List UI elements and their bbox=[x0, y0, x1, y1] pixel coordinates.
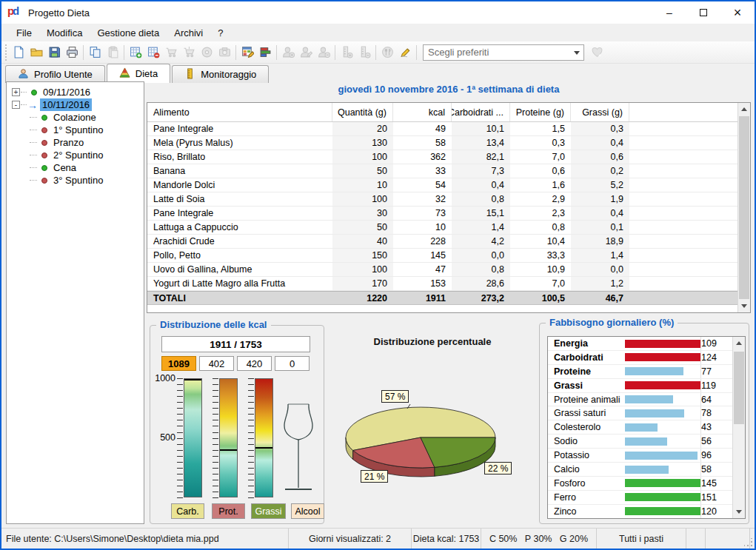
tree-node-label[interactable]: 3° Spuntino bbox=[51, 174, 105, 187]
tree-node-day[interactable]: -→10/11/2016 bbox=[7, 98, 144, 111]
needs-row-zinco[interactable]: Zinco120 bbox=[548, 505, 732, 519]
tree-node-meal[interactable]: Colazione bbox=[7, 111, 144, 124]
table-row[interactable]: Mela (Pyrus Malus)1305813,40,30,4 bbox=[147, 136, 750, 150]
food-table-scrollbar[interactable] bbox=[737, 103, 750, 312]
menu-item-gestione-dieta[interactable]: Gestione dieta bbox=[90, 25, 167, 41]
table-row[interactable]: Banana50337,30,60,2 bbox=[147, 164, 750, 178]
paste-icon[interactable] bbox=[104, 44, 121, 61]
tree-node-label[interactable]: 2° Spuntino bbox=[51, 149, 105, 161]
meal-plan-icon[interactable] bbox=[256, 44, 274, 61]
table-cell: 100 bbox=[332, 150, 393, 164]
tab-dieta[interactable]: Dieta bbox=[107, 64, 170, 83]
copy-icon[interactable] bbox=[86, 44, 104, 61]
tree-node-meal[interactable]: Cena bbox=[7, 161, 144, 174]
save-icon[interactable] bbox=[45, 44, 63, 61]
tree-node-meal[interactable]: 2° Spuntino bbox=[7, 149, 144, 161]
needs-row-potassio[interactable]: Potassio96 bbox=[548, 449, 732, 463]
needs-row-grassi[interactable]: Grassi119 bbox=[548, 379, 732, 393]
scrollbar-thumb[interactable] bbox=[739, 116, 749, 299]
nutrient-value: 96 bbox=[700, 449, 732, 462]
column-header[interactable]: Grassi (g) bbox=[571, 103, 629, 121]
menu-item-file[interactable]: File bbox=[9, 25, 39, 41]
scroll-up-icon[interactable] bbox=[738, 103, 750, 115]
new-file-icon[interactable] bbox=[10, 44, 27, 61]
disc-icon[interactable] bbox=[198, 44, 215, 61]
scroll-up-icon[interactable] bbox=[733, 337, 745, 349]
table-cell: 15,1 bbox=[452, 207, 510, 220]
table-cell: 130 bbox=[332, 136, 393, 150]
camera-icon[interactable] bbox=[215, 44, 233, 61]
remove-measure-icon[interactable] bbox=[355, 44, 373, 61]
scroll-down-icon[interactable] bbox=[738, 300, 750, 312]
needs-row-calcio[interactable]: Calcio58 bbox=[548, 463, 732, 477]
column-header[interactable]: Quantità (g) bbox=[332, 103, 393, 121]
needs-row-proteine-animali[interactable]: Proteine animali64 bbox=[548, 393, 732, 407]
tab-monitoraggio[interactable]: Monitoraggio bbox=[172, 65, 269, 83]
table-row[interactable]: Arachidi Crude402284,210,418,9 bbox=[147, 235, 750, 249]
needs-scrollbar[interactable] bbox=[732, 337, 745, 518]
table-row[interactable]: Mandorle Dolci10540,41,65,2 bbox=[147, 178, 750, 192]
print-icon[interactable] bbox=[63, 44, 81, 61]
tree-node-label[interactable]: 10/11/2016 bbox=[40, 98, 92, 111]
needs-row-carboidrati[interactable]: Carboidrati124 bbox=[548, 351, 732, 365]
table-row[interactable]: Uovo di Gallina, Albume100470,810,90,0 bbox=[147, 263, 750, 277]
needs-row-fosforo[interactable]: Fosforo145 bbox=[548, 477, 732, 491]
shopping-cart-2-icon[interactable] bbox=[180, 44, 198, 61]
table-row[interactable]: Yogurt di Latte Magro alla Frutta1701532… bbox=[147, 277, 750, 291]
edit-day-icon[interactable] bbox=[238, 44, 256, 61]
add-favorite-icon[interactable] bbox=[588, 44, 606, 61]
tree-node-meal[interactable]: 1° Spuntino bbox=[7, 124, 144, 136]
table-row[interactable]: Pane Integrale307315,12,30,4 bbox=[147, 207, 750, 221]
tree-node-meal[interactable]: 3° Spuntino bbox=[7, 174, 144, 187]
remove-user-icon[interactable] bbox=[315, 44, 332, 61]
column-header[interactable]: Alimento bbox=[147, 103, 332, 121]
tree-node-label[interactable]: Cena bbox=[51, 161, 78, 174]
table-row[interactable]: Lattuga a Cappuccio50101,40,80,1 bbox=[147, 221, 750, 235]
maximize-button[interactable] bbox=[686, 1, 720, 24]
column-header[interactable]: Proteine (g) bbox=[510, 103, 571, 121]
menu-item-?[interactable]: ? bbox=[210, 25, 230, 41]
user-icon bbox=[18, 68, 29, 81]
needs-row-ferro[interactable]: Ferro151 bbox=[548, 491, 732, 505]
chevron-down-icon[interactable] bbox=[574, 51, 580, 58]
scrollbar-thumb[interactable] bbox=[734, 352, 744, 424]
shopping-cart-icon[interactable] bbox=[162, 44, 180, 61]
add-day-icon[interactable] bbox=[127, 44, 144, 61]
tree-node-day[interactable]: +09/11/2016 bbox=[7, 86, 144, 98]
resize-grip[interactable] bbox=[744, 538, 753, 547]
tree-node-label[interactable]: Colazione bbox=[51, 111, 98, 124]
edit-user-icon[interactable] bbox=[297, 44, 315, 61]
needs-row-grassi-saturi[interactable]: Grassi saturi78 bbox=[548, 406, 732, 420]
tree-expander[interactable]: - bbox=[12, 101, 20, 109]
tab-profilo-utente[interactable]: Profilo Utente bbox=[5, 65, 105, 83]
tree-node-label[interactable]: Pranzo bbox=[51, 136, 86, 149]
favorites-combobox[interactable]: Scegli preferiti bbox=[423, 44, 584, 61]
tree-node-label[interactable]: 1° Spuntino bbox=[51, 124, 105, 136]
add-measure-icon[interactable] bbox=[338, 44, 355, 61]
menu-item-archivi[interactable]: Archivi bbox=[167, 25, 210, 41]
meals-icon[interactable] bbox=[378, 44, 396, 61]
edit-pencil-icon[interactable] bbox=[396, 44, 414, 61]
needs-row-colesterolo[interactable]: Colesterolo43 bbox=[548, 420, 732, 435]
table-row[interactable]: Pollo, Petto1501450,033,31,4 bbox=[147, 249, 750, 263]
toolbar-grip[interactable] bbox=[4, 44, 8, 61]
tree-expander[interactable]: + bbox=[12, 88, 20, 96]
menu-item-modifica[interactable]: Modifica bbox=[39, 25, 90, 41]
red-bullet-icon bbox=[41, 178, 47, 184]
column-header[interactable]: kcal bbox=[393, 103, 452, 121]
column-header[interactable]: Carboidrati ... bbox=[452, 103, 510, 121]
tree-node-meal[interactable]: Pranzo bbox=[7, 136, 144, 149]
tree-node-label[interactable]: 09/11/2016 bbox=[41, 86, 93, 98]
close-button[interactable]: × bbox=[720, 1, 755, 24]
table-row[interactable]: Riso, Brillato10036282,17,00,6 bbox=[147, 150, 750, 164]
open-folder-icon[interactable] bbox=[27, 44, 45, 61]
add-user-icon[interactable] bbox=[279, 44, 297, 61]
table-row[interactable]: Pane Integrale204910,11,50,3 bbox=[147, 122, 750, 136]
table-row[interactable]: Latte di Soia100320,82,91,9 bbox=[147, 192, 750, 207]
needs-row-proteine[interactable]: Proteine77 bbox=[548, 365, 732, 379]
scroll-down-icon[interactable] bbox=[733, 506, 745, 518]
minimize-button[interactable]: – bbox=[652, 1, 686, 24]
needs-row-sodio[interactable]: Sodio56 bbox=[548, 435, 732, 449]
needs-row-energia[interactable]: Energia109 bbox=[548, 337, 732, 351]
remove-day-icon[interactable] bbox=[144, 44, 162, 61]
